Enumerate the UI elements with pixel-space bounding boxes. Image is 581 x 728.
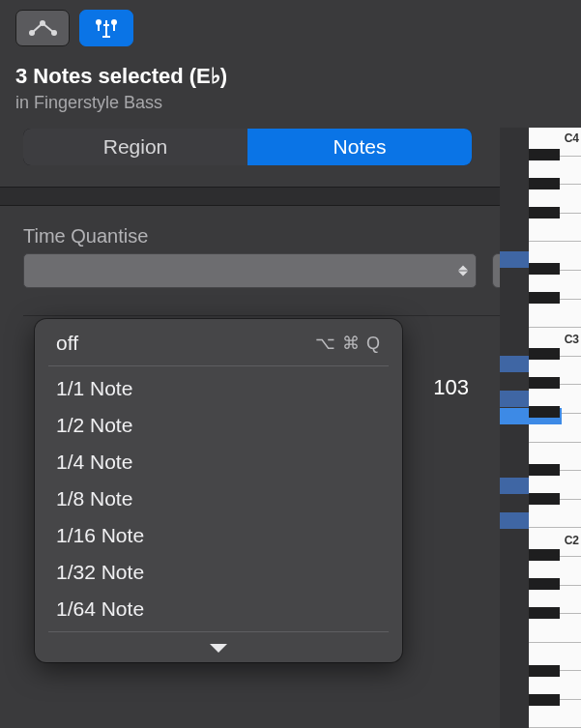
time-quantise-label: Time Quantise <box>23 225 558 248</box>
piano-black-key[interactable] <box>529 377 560 389</box>
note-bar[interactable] <box>500 478 529 494</box>
menu-separator <box>48 365 389 366</box>
piano-black-key[interactable] <box>529 549 560 561</box>
selection-subtitle: in Fingerstyle Bass <box>15 93 566 113</box>
menu-item-note[interactable]: 1/32 Note <box>35 554 402 591</box>
popup-arrows-icon <box>458 266 468 277</box>
piano-black-key[interactable] <box>529 263 560 275</box>
piano-black-key[interactable] <box>529 694 560 706</box>
piano-black-key[interactable] <box>529 406 560 418</box>
menu-item-label: off <box>56 332 78 355</box>
menu-item-note[interactable]: 1/16 Note <box>35 517 402 554</box>
piano-black-key[interactable] <box>529 348 560 360</box>
menu-item-label: 1/8 Note <box>56 487 132 510</box>
piano-black-key[interactable] <box>529 149 560 160</box>
param-divider <box>23 315 558 316</box>
region-notes-segmented: Region Notes <box>23 129 472 165</box>
tab-notes[interactable]: Notes <box>247 129 472 165</box>
svg-point-2 <box>51 30 57 36</box>
time-quantise-popup[interactable] <box>23 253 477 288</box>
menu-item-note[interactable]: 1/4 Note <box>35 444 402 480</box>
menu-separator <box>48 631 389 632</box>
note-bar[interactable] <box>500 356 529 372</box>
octave-label-c3: C3 <box>529 333 581 346</box>
octave-label-c4: C4 <box>529 131 581 145</box>
piano-black-key[interactable] <box>529 292 560 304</box>
menu-more-button[interactable] <box>35 636 402 662</box>
menu-item-note[interactable]: 1/8 Note <box>35 480 402 517</box>
menu-item-off[interactable]: off ⌥ ⌘ Q <box>35 325 402 362</box>
menu-item-note[interactable]: 1/64 Note <box>35 591 402 627</box>
piano-black-key[interactable] <box>529 493 560 505</box>
piano-black-key[interactable] <box>529 178 560 189</box>
menu-item-shortcut: ⌥ ⌘ Q <box>315 333 381 354</box>
menu-item-label: 1/2 Note <box>56 414 132 437</box>
menu-item-label: 1/32 Note <box>56 561 144 584</box>
time-quantise-menu: off ⌥ ⌘ Q 1/1 Note 1/2 Note 1/4 Note 1/8… <box>35 319 402 662</box>
menu-item-label: 1/64 Note <box>56 597 144 621</box>
note-bar[interactable] <box>500 391 529 407</box>
note-lane-bg <box>500 128 530 728</box>
piano-black-key[interactable] <box>529 207 560 218</box>
section-divider <box>0 187 581 206</box>
menu-item-note[interactable]: 1/1 Note <box>35 370 402 407</box>
menu-item-note[interactable]: 1/2 Note <box>35 407 402 444</box>
selection-title: 3 Notes selected (E♭) <box>15 64 566 89</box>
piano-roll: C4 C3 C2 <box>500 128 581 728</box>
piano-black-key[interactable] <box>529 464 560 476</box>
menu-item-label: 1/4 Note <box>56 451 132 474</box>
chevron-down-icon <box>210 644 227 653</box>
menu-item-label: 1/16 Note <box>56 524 144 547</box>
octave-label-c2: C2 <box>529 534 581 547</box>
velocity-value: 103 <box>433 375 469 400</box>
piano-black-key[interactable] <box>529 665 560 677</box>
menu-item-label: 1/1 Note <box>56 377 132 400</box>
note-bar[interactable] <box>500 251 529 268</box>
piano-black-key[interactable] <box>529 578 560 590</box>
automation-curve-icon[interactable] <box>15 10 70 46</box>
note-bar[interactable] <box>500 512 529 529</box>
piano-black-key[interactable] <box>529 607 560 619</box>
midi-draw-icon[interactable] <box>79 10 133 46</box>
tab-region[interactable]: Region <box>23 129 247 165</box>
